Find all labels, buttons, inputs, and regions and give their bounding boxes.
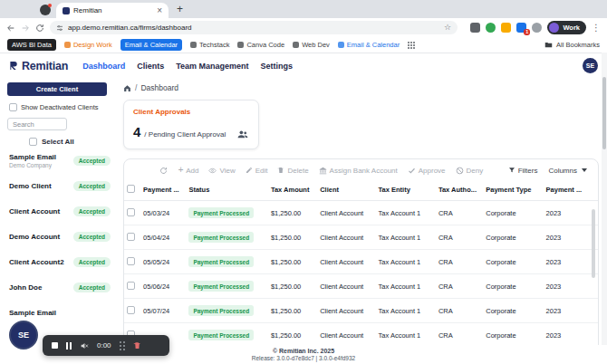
add-button[interactable]: + Add bbox=[178, 166, 198, 175]
recording-timer: 0:00 bbox=[97, 341, 111, 350]
row-checkbox[interactable] bbox=[127, 282, 135, 290]
header-payment-year[interactable]: Payment ... bbox=[544, 179, 598, 201]
nav-item[interactable]: Dashboard bbox=[82, 62, 125, 71]
drag-handle[interactable] bbox=[120, 341, 125, 350]
bookmark-label: Techstack bbox=[199, 41, 229, 49]
funnel-icon bbox=[508, 167, 515, 174]
cell-tax-amount: $1,250.00 bbox=[268, 225, 317, 250]
nav-item[interactable]: Team Management bbox=[176, 62, 248, 71]
bookmark-item[interactable]: AWS BI Data bbox=[7, 39, 56, 51]
row-checkbox[interactable] bbox=[127, 208, 135, 216]
bookmark-label: Email & Calendar bbox=[125, 41, 178, 49]
table-row[interactable]: 05/05/24 Payment Processed $1,250.00 Cli… bbox=[124, 250, 598, 274]
header-client[interactable]: Client bbox=[317, 179, 375, 201]
row-checkbox[interactable] bbox=[127, 306, 135, 314]
client-status-badge: Accepted bbox=[73, 206, 111, 216]
browser-tab-strip: Remitian × + bbox=[0, 0, 607, 18]
approve-button[interactable]: Approve bbox=[408, 167, 446, 175]
table-row[interactable]: 05/03/24 Payment Processed $1,250.00 Cli… bbox=[124, 201, 598, 225]
stop-recording-button[interactable] bbox=[52, 342, 58, 349]
client-search-input[interactable] bbox=[7, 118, 67, 130]
reload-icon[interactable] bbox=[35, 24, 44, 33]
client-list-item[interactable]: Demo Account Accepted bbox=[0, 224, 118, 249]
webcam-bubble[interactable]: SE bbox=[9, 321, 38, 350]
header-payment-type[interactable]: Payment Type bbox=[483, 179, 543, 201]
header-payment-date[interactable]: Payment ... bbox=[140, 179, 186, 201]
apps-grid-icon[interactable] bbox=[408, 42, 415, 49]
table-row[interactable]: 05/04/24 Payment Processed $1,250.00 Cli… bbox=[124, 225, 598, 250]
cell-status: Payment Processed bbox=[186, 299, 268, 323]
forward-icon[interactable] bbox=[21, 24, 30, 33]
header-select-all-checkbox[interactable] bbox=[127, 185, 135, 193]
tab-close-icon[interactable]: × bbox=[157, 6, 162, 15]
app-logo[interactable]: Remitian bbox=[9, 60, 68, 72]
bookmark-item[interactable]: Design Work bbox=[64, 41, 112, 49]
table-row[interactable]: 05/06/24 Payment Processed $1,250.00 Cli… bbox=[124, 274, 598, 299]
select-all-clients-checkbox[interactable] bbox=[29, 138, 37, 146]
browser-tab[interactable]: Remitian × bbox=[56, 3, 169, 18]
table-scrollbar[interactable] bbox=[592, 209, 595, 278]
user-avatar[interactable]: SE bbox=[583, 58, 598, 73]
all-bookmarks-button[interactable]: All Bookmarks bbox=[544, 41, 600, 49]
payment-status-badge: Payment Processed bbox=[188, 281, 254, 292]
client-list-item[interactable]: Sample Email Demo Company Accepted bbox=[0, 148, 118, 173]
extension-icon[interactable] bbox=[501, 23, 511, 33]
address-bar[interactable]: app.demo.remitian.ca/firms/dashboard ☆ bbox=[50, 21, 458, 34]
home-icon[interactable] bbox=[123, 84, 131, 92]
breadcrumb-page[interactable]: Dashboard bbox=[140, 83, 178, 92]
client-status-badge: Accepted bbox=[73, 156, 111, 166]
row-checkbox[interactable] bbox=[127, 233, 135, 241]
window-scrollbar-thumb[interactable] bbox=[602, 77, 606, 149]
filters-button[interactable]: Filters bbox=[508, 167, 538, 175]
profile-chip[interactable]: Work bbox=[547, 21, 586, 34]
bookmark-star-icon[interactable]: ☆ bbox=[444, 24, 451, 32]
deny-button[interactable]: Deny bbox=[456, 167, 484, 175]
assign-bank-account-button[interactable]: Assign Bank Account bbox=[319, 167, 398, 175]
header-tax-amount[interactable]: Tax Amount bbox=[268, 179, 317, 201]
cell-client: Client Account bbox=[317, 323, 375, 348]
columns-button[interactable]: Columns bbox=[548, 167, 587, 175]
browser-menu-icon[interactable]: ⋮ bbox=[592, 24, 601, 33]
mute-icon[interactable] bbox=[80, 341, 89, 350]
extension-icon[interactable] bbox=[532, 23, 542, 33]
table-row[interactable]: Payment Processed $1,250.00 Client Accou… bbox=[124, 323, 598, 348]
create-client-button[interactable]: Create Client bbox=[7, 82, 107, 96]
extension-icon[interactable]: 1 bbox=[516, 23, 526, 33]
client-list-item[interactable]: Demo Client Accepted bbox=[0, 173, 118, 198]
client-name: Client Account2 bbox=[9, 258, 64, 266]
eye-icon bbox=[208, 167, 217, 175]
edit-button[interactable]: Edit bbox=[246, 167, 268, 175]
extension-icon[interactable] bbox=[486, 23, 496, 33]
row-checkbox[interactable] bbox=[127, 257, 135, 265]
header-status[interactable]: Status bbox=[186, 179, 268, 201]
site-settings-icon[interactable] bbox=[56, 24, 63, 32]
cell-payment-date: 05/05/24 bbox=[140, 250, 186, 274]
bookmark-item[interactable]: Web Dev bbox=[293, 41, 330, 49]
discard-recording-button[interactable] bbox=[133, 341, 141, 350]
header-tax-entity[interactable]: Tax Entity bbox=[376, 179, 436, 201]
table-row[interactable]: 05/07/24 Payment Processed $1,250.00 Cli… bbox=[124, 299, 598, 323]
new-tab-button[interactable]: + bbox=[177, 4, 183, 14]
show-deactivated-checkbox[interactable] bbox=[9, 103, 17, 111]
client-list-item[interactable]: Client Account Accepted bbox=[0, 198, 118, 224]
cell-payment-type: Corporate bbox=[483, 323, 543, 348]
client-list-item[interactable]: Client Account2 Accepted bbox=[0, 249, 118, 274]
brand-name: Remitian bbox=[22, 60, 68, 72]
bookmark-item[interactable]: Canva Code bbox=[237, 41, 284, 49]
pinned-extension-icon[interactable] bbox=[40, 5, 51, 15]
cell-client: Client Account bbox=[317, 225, 375, 250]
view-button[interactable]: View bbox=[208, 167, 235, 175]
header-tax-authority[interactable]: Tax Autho... bbox=[436, 179, 483, 201]
back-icon[interactable] bbox=[6, 24, 15, 33]
nav-item[interactable]: Settings bbox=[261, 62, 294, 71]
refresh-button[interactable] bbox=[159, 167, 168, 175]
delete-button[interactable]: Delete bbox=[277, 167, 308, 175]
bookmark-item[interactable]: Email & Calendar bbox=[338, 41, 400, 49]
client-list-item[interactable]: John Doe Accepted bbox=[0, 274, 118, 300]
bookmark-item[interactable]: Email & Calendar bbox=[120, 39, 182, 51]
bookmark-item[interactable]: Techstack bbox=[190, 41, 229, 49]
nav-item[interactable]: Clients bbox=[137, 62, 164, 71]
client-approvals-card[interactable]: Client Approvals 4 / Pending Client Appr… bbox=[123, 100, 259, 149]
extension-icon[interactable] bbox=[470, 23, 480, 33]
pause-recording-button[interactable] bbox=[66, 342, 72, 350]
